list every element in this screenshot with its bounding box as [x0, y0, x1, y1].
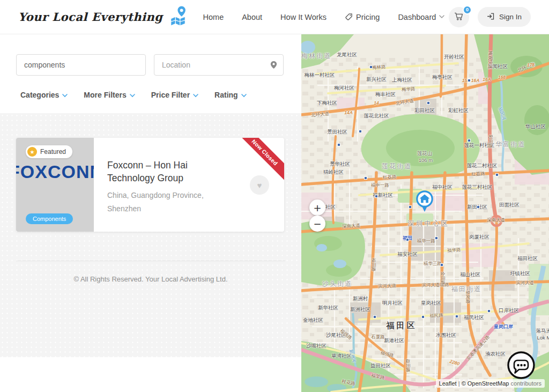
- zoom-out-button[interactable]: −: [309, 216, 325, 232]
- nav-about[interactable]: About: [242, 13, 262, 21]
- star-icon: ★: [27, 147, 37, 157]
- now-closed-ribbon: Now Closed: [238, 138, 284, 183]
- location-pin-icon: [270, 61, 278, 71]
- home-map-marker[interactable]: [416, 190, 434, 216]
- cart-icon: [454, 11, 464, 23]
- chevron-down-icon: [62, 94, 68, 98]
- chat-widget-button[interactable]: [506, 351, 536, 381]
- main-nav: Home About How It Works Pricing Dashboar…: [203, 13, 445, 21]
- ribbon-wrap: Now Closed: [238, 138, 284, 184]
- results-section: FOXCONN ★ Featured Components Foxconn – …: [0, 113, 301, 357]
- featured-badge: ★ Featured: [26, 145, 72, 158]
- cart-button[interactable]: 0: [449, 7, 469, 27]
- location-field-wrap: [154, 54, 284, 76]
- filter-price[interactable]: Price Filter: [151, 91, 198, 99]
- nav-home[interactable]: Home: [203, 13, 224, 21]
- nav-pricing[interactable]: Pricing: [345, 13, 380, 21]
- logo-map-pin-icon: [168, 5, 188, 29]
- chevron-down-icon: [241, 94, 247, 98]
- nav-dashboard[interactable]: Dashboard: [398, 13, 444, 21]
- footer-divider: [16, 261, 285, 261]
- location-input[interactable]: [154, 54, 284, 76]
- tag-icon: [345, 13, 353, 21]
- search-section: Categories More Filters Price Filter Rat…: [0, 34, 301, 113]
- keyword-input[interactable]: [16, 54, 146, 76]
- category-tag[interactable]: Components: [26, 213, 73, 224]
- header: Your Local Everything Home About How It …: [0, 0, 549, 34]
- chat-bubble-icon: [506, 351, 536, 381]
- logo-text: Your Local Everything: [18, 10, 163, 24]
- filter-more-filters[interactable]: More Filters: [84, 91, 135, 99]
- listing-body: Foxconn – Hon Hai Technology Group China…: [94, 138, 284, 232]
- listing-image[interactable]: FOXCONN ★ Featured Components: [16, 138, 94, 232]
- listing-location: China, Guangdong Province, Shenzhen: [107, 189, 222, 215]
- zoom-in-button[interactable]: +: [309, 199, 325, 216]
- map-pane[interactable]: 梅林街道龙尾社区开岭社区新闻社区梅林一村社区新兴社区上梅社区梅亭社区梅河社区梅丰…: [301, 34, 549, 392]
- copyright-text: © All Rights Reserved. Your Local Advert…: [16, 275, 285, 283]
- cart-count-badge: 0: [463, 5, 472, 14]
- sign-in-button[interactable]: Sign In: [478, 7, 531, 27]
- listing-image-logo-text: FOXCONN: [16, 161, 94, 182]
- osm-link[interactable]: © OpenStreetMap: [462, 380, 509, 387]
- chevron-down-icon: [439, 15, 444, 19]
- header-right: 0 Sign In: [449, 7, 531, 27]
- leaflet-link[interactable]: Leaflet: [439, 380, 457, 387]
- left-panel: Categories More Filters Price Filter Rat…: [0, 34, 301, 392]
- keyword-field-wrap: [16, 54, 146, 76]
- logo[interactable]: Your Local Everything: [18, 5, 188, 29]
- listing-title[interactable]: Foxconn – Hon Hai Technology Group: [107, 159, 222, 184]
- filters-row: Categories More Filters Price Filter Rat…: [20, 91, 285, 99]
- chevron-down-icon: [130, 94, 135, 98]
- nav-how-it-works[interactable]: How It Works: [280, 13, 327, 21]
- page: Your Local Everything Home About How It …: [0, 0, 549, 392]
- filter-rating[interactable]: Rating: [214, 91, 247, 99]
- sign-in-icon: [487, 12, 495, 22]
- chevron-down-icon: [193, 94, 198, 98]
- listing-card[interactable]: FOXCONN ★ Featured Components Foxconn – …: [16, 138, 284, 232]
- filter-categories[interactable]: Categories: [20, 91, 68, 99]
